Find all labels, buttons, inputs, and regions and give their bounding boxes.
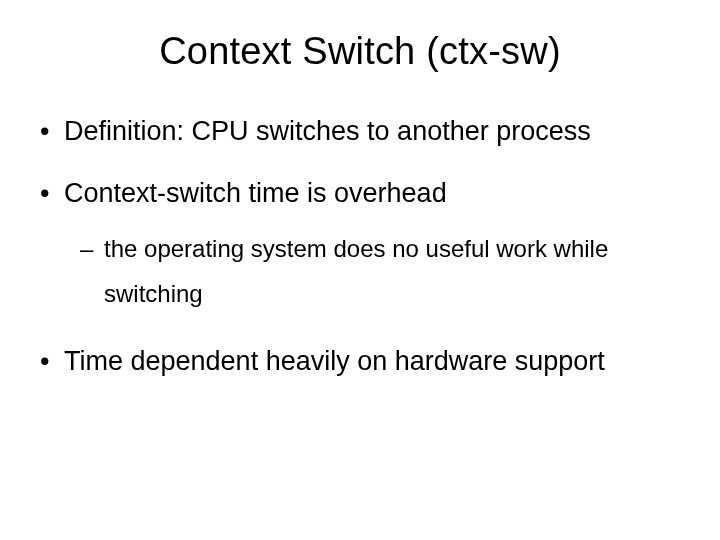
sub-bullet-text: the operating system does no useful work… xyxy=(104,235,608,308)
bullet-text: Definition: CPU switches to another proc… xyxy=(64,116,591,146)
sub-bullet-no-useful-work: the operating system does no useful work… xyxy=(80,226,684,317)
bullet-definition: Definition: CPU switches to another proc… xyxy=(36,113,684,149)
bullet-list: Definition: CPU switches to another proc… xyxy=(36,113,684,380)
bullet-overhead: Context-switch time is overhead the oper… xyxy=(36,175,684,317)
bullet-text: Context-switch time is overhead xyxy=(64,178,447,208)
sub-bullet-list: the operating system does no useful work… xyxy=(80,226,684,317)
slide-title: Context Switch (ctx-sw) xyxy=(36,30,684,73)
bullet-hardware: Time dependent heavily on hardware suppo… xyxy=(36,343,684,379)
slide: Context Switch (ctx-sw) Definition: CPU … xyxy=(0,0,720,540)
bullet-text: Time dependent heavily on hardware suppo… xyxy=(64,346,605,376)
